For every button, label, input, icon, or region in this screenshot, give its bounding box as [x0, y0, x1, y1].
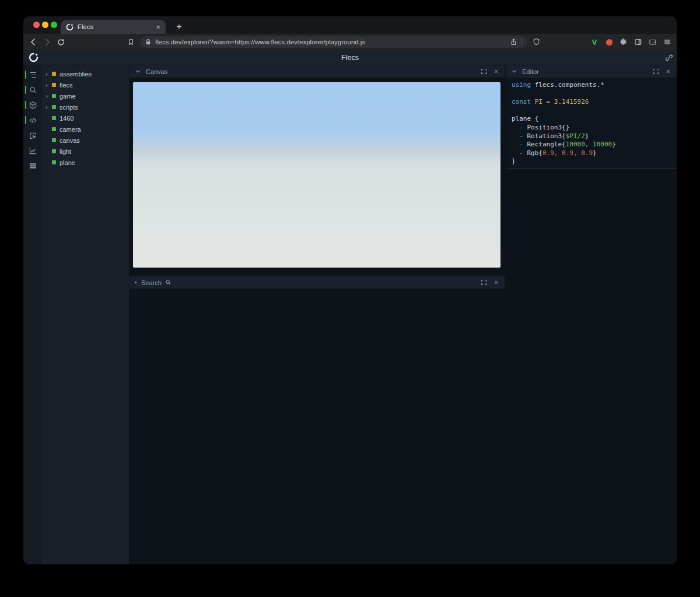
expand-chevron-icon[interactable]: › — [46, 93, 52, 100]
code-line: using flecs.components.* — [512, 81, 672, 90]
code-line — [512, 90, 672, 99]
browser-tab[interactable]: Flecs × — [61, 20, 166, 34]
screenshot-stage: Flecs × + flecs.dev/explore — [0, 0, 700, 597]
tree-item-game[interactable]: ›game — [42, 90, 129, 101]
code-line — [512, 107, 672, 115]
close-panel-icon[interactable]: × — [492, 67, 501, 76]
entity-kind-swatch — [52, 83, 56, 87]
editor-panel-header: Editor × — [506, 65, 677, 78]
code-line: - Position3{} — [512, 124, 672, 132]
close-panel-icon[interactable]: × — [664, 67, 673, 76]
extension-v-icon[interactable]: V — [590, 37, 599, 47]
entity-label: game — [60, 93, 76, 100]
rail-tree-button[interactable] — [23, 67, 42, 82]
entity-label: camera — [60, 126, 81, 133]
favicon-flecs-icon — [66, 23, 74, 31]
flecs-explorer-app: Flecs ›assemblies›flecs›game›scripts›146… — [23, 50, 677, 564]
new-tab-button[interactable]: + — [172, 20, 186, 34]
main-area: Canvas × Search — [129, 65, 677, 564]
entity-kind-swatch — [52, 94, 56, 98]
editor-panel-title: Editor — [522, 68, 539, 75]
bookmark-icon[interactable] — [125, 37, 136, 47]
tree-item-1460[interactable]: ›1460 — [42, 113, 129, 124]
rail-search-button[interactable] — [23, 82, 42, 97]
canvas-panel-title: Canvas — [146, 68, 167, 75]
tab-title: Flecs — [78, 23, 152, 30]
brave-shield-icon[interactable] — [533, 37, 540, 46]
menu-icon[interactable] — [663, 37, 672, 47]
entity-label: 1460 — [60, 115, 74, 122]
minimize-window-button[interactable] — [42, 22, 48, 28]
code-line: const PI = 3.1415926 — [512, 98, 672, 107]
expand-chevron-icon[interactable]: › — [46, 104, 52, 111]
sidebar-toggle-icon[interactable] — [634, 37, 643, 47]
extensions-puzzle-icon[interactable] — [619, 37, 628, 47]
tree-item-canvas[interactable]: ›canvas — [42, 135, 129, 146]
tab-strip: Flecs × + — [23, 16, 677, 34]
tree-item-flecs[interactable]: ›flecs — [42, 79, 129, 90]
zoom-window-button[interactable] — [51, 22, 57, 28]
entity-kind-swatch — [52, 160, 56, 164]
share-link-icon[interactable] — [665, 54, 673, 62]
url-text: flecs.dev/explorer/?wasm=https://www.fle… — [155, 38, 506, 45]
app-header: Flecs — [23, 50, 677, 65]
search-panel-title[interactable]: Search — [141, 279, 162, 286]
tree-item-assemblies[interactable]: ›assemblies — [42, 68, 129, 79]
fullscreen-icon[interactable] — [480, 278, 488, 287]
expand-chevron-icon[interactable]: › — [46, 82, 52, 89]
tree-item-scripts[interactable]: ›scripts — [42, 101, 129, 113]
traffic-lights — [33, 22, 57, 28]
editor-panel: Editor × using flecs.components.*const P… — [506, 65, 677, 169]
editor-code[interactable]: using flecs.components.*const PI = 3.141… — [506, 78, 677, 166]
entity-tree: ›assemblies›flecs›game›scripts›1460›came… — [42, 65, 129, 564]
code-line: - Rectangle{10000, 10000} — [512, 141, 672, 149]
back-button[interactable] — [28, 37, 38, 47]
page-title: Flecs — [23, 50, 677, 65]
chevron-down-icon[interactable] — [134, 67, 142, 76]
entity-label: light — [60, 148, 71, 155]
entity-label: plane — [60, 159, 75, 166]
address-bar[interactable]: flecs.dev/explorer/?wasm=https://www.fle… — [140, 36, 527, 48]
forward-button[interactable] — [42, 37, 52, 47]
code-line: - Rgb{0.9, 0.9, 0.9} — [512, 149, 672, 158]
fullscreen-icon[interactable] — [652, 67, 660, 76]
code-line: - Rotation3{$PI/2} — [512, 132, 672, 141]
share-icon[interactable] — [510, 38, 517, 46]
entity-label: assemblies — [60, 71, 92, 78]
rail-stats-button[interactable] — [23, 158, 42, 173]
rail-code-button[interactable] — [23, 113, 42, 128]
tree-item-camera[interactable]: ›camera — [42, 124, 129, 135]
extension-record-icon[interactable] — [604, 37, 614, 47]
canvas-panel: Canvas × — [130, 65, 505, 268]
toolbar-extensions: V — [590, 36, 672, 48]
wallet-icon[interactable] — [648, 37, 657, 47]
entity-kind-swatch — [52, 138, 56, 142]
rail-chart-button[interactable] — [23, 143, 42, 158]
close-window-button[interactable] — [33, 22, 40, 28]
entity-kind-swatch — [52, 116, 56, 120]
tab-close-icon[interactable]: × — [156, 23, 160, 31]
rail-cube-button[interactable] — [23, 97, 42, 113]
entity-kind-swatch — [52, 149, 56, 153]
scene-3d-canvas[interactable] — [133, 82, 501, 268]
navigation-bar: flecs.dev/explorer/?wasm=https://www.fle… — [23, 34, 677, 50]
search-magnifier-icon[interactable] — [165, 279, 172, 286]
entity-label: scripts — [60, 104, 78, 111]
expand-chevron-icon[interactable]: › — [46, 71, 52, 78]
cube-icon — [29, 101, 37, 110]
stats-icon — [29, 161, 37, 170]
search-icon — [29, 86, 37, 94]
chart-icon — [29, 146, 37, 155]
canvas-panel-header: Canvas × — [130, 65, 505, 78]
entity-label: canvas — [60, 137, 80, 144]
entity-kind-swatch — [52, 72, 56, 76]
fullscreen-icon[interactable] — [480, 67, 488, 76]
rail-inspect-button[interactable] — [23, 128, 42, 143]
close-panel-icon[interactable]: × — [492, 278, 501, 287]
lock-icon — [145, 38, 151, 45]
chevron-down-icon[interactable] — [510, 67, 519, 76]
tree-item-plane[interactable]: ›plane — [42, 157, 129, 168]
tree-item-light[interactable]: ›light — [42, 146, 129, 157]
inspect-icon — [29, 131, 37, 140]
reload-button[interactable] — [55, 37, 66, 47]
